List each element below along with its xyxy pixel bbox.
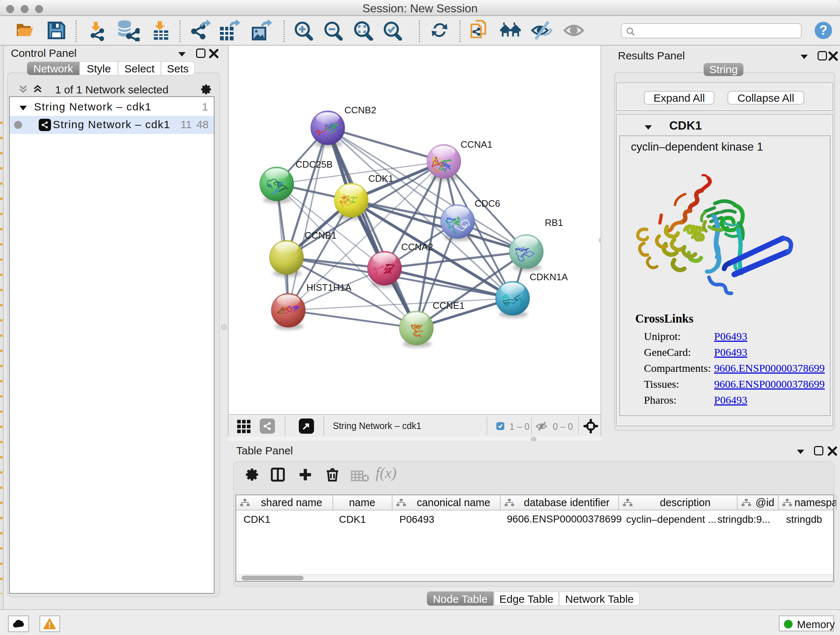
svg-text:CCNB1: CCNB1 [305, 230, 336, 241]
svg-text:RB1: RB1 [545, 217, 563, 228]
svg-text:CDC25B: CDC25B [295, 159, 333, 170]
svg-text:CCNA1: CCNA1 [461, 139, 493, 150]
svg-text:CDC6: CDC6 [475, 198, 500, 209]
svg-text:HIST1H1A: HIST1H1A [306, 282, 352, 293]
svg-text:CCNE1: CCNE1 [433, 300, 464, 311]
svg-text:CCNB2: CCNB2 [344, 105, 376, 116]
svg-text:CCNA2: CCNA2 [401, 241, 433, 252]
svg-text:CDK1: CDK1 [368, 173, 393, 184]
svg-text:CDKN1A: CDKN1A [530, 272, 568, 282]
